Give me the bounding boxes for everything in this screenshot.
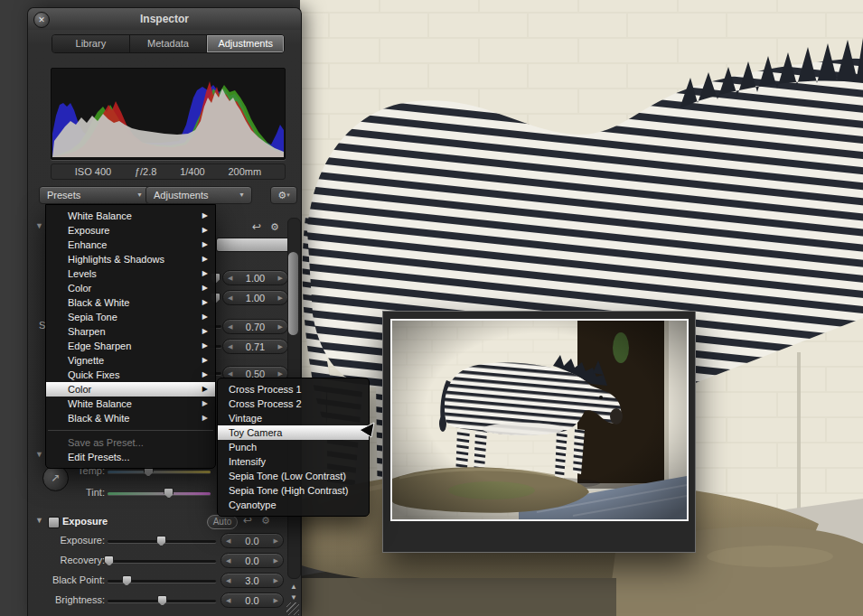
submenu-arrow-icon: ▶ — [202, 324, 208, 339]
black-point-slider[interactable] — [108, 580, 216, 583]
recovery-slider[interactable] — [108, 560, 216, 563]
scroll-up-icon[interactable]: ▲ — [289, 583, 298, 591]
menu-item-sepia-tone[interactable]: Sepia Tone▶ — [46, 310, 215, 324]
step-right-icon[interactable]: ▶ — [278, 370, 283, 378]
recovery-slider-label: Recovery: — [37, 555, 105, 565]
brightness-value-stepper[interactable]: ◀ 0.0 ▶ — [220, 593, 284, 608]
gear-icon[interactable]: ⚙ — [270, 221, 279, 233]
close-icon[interactable]: ✕ — [33, 12, 50, 28]
brightness-slider-label: Brightness: — [37, 594, 105, 605]
step-right-icon[interactable]: ▶ — [274, 537, 278, 545]
stepper-value[interactable]: 0.71 — [246, 341, 265, 352]
black-point-slider-thumb[interactable] — [122, 575, 132, 586]
brightness-slider[interactable] — [108, 600, 216, 602]
white-balance-preset-field[interactable] — [216, 238, 292, 252]
stepper-value[interactable]: 1.00 — [246, 293, 265, 303]
submenu-item-vintage[interactable]: Vintage — [218, 411, 369, 425]
mouse-cursor — [359, 422, 376, 439]
step-right-icon[interactable]: ▶ — [278, 343, 283, 350]
inspector-titlebar[interactable]: Inspector — [28, 8, 301, 30]
brightness-slider-thumb[interactable] — [157, 595, 167, 606]
submenu-item-punch[interactable]: Punch — [218, 440, 369, 454]
menu-item-sharpen[interactable]: Sharpen▶ — [46, 324, 215, 339]
menu-item-black-white[interactable]: Black & White▶ — [46, 295, 215, 310]
exposure-value-stepper[interactable]: ◀ 0.0 ▶ — [220, 533, 284, 548]
stepper-value[interactable]: 0.70 — [246, 322, 265, 332]
tab-metadata[interactable]: Metadata — [130, 35, 208, 52]
scroll-down-icon[interactable]: ▼ — [289, 593, 298, 602]
disclosure-triangle-icon[interactable]: ▼ — [35, 450, 43, 459]
submenu-item-intensify[interactable]: Intensify — [218, 454, 369, 469]
gear-caret-icon: ▾ — [286, 191, 290, 198]
submenu-item-sepia-low[interactable]: Sepia Tone (Low Contrast) — [218, 469, 369, 483]
submenu-item-sepia-high[interactable]: Sepia Tone (High Contrast) — [218, 483, 369, 498]
stepper-value[interactable]: 0.0 — [245, 536, 258, 546]
step-right-icon[interactable]: ▶ — [278, 294, 283, 302]
disclosure-triangle-icon[interactable]: ▼ — [35, 516, 43, 525]
exposure-slider[interactable] — [108, 540, 216, 543]
stepper-value[interactable]: 0.0 — [245, 555, 258, 566]
step-left-icon[interactable]: ◀ — [228, 323, 232, 331]
menu-item-levels[interactable]: Levels▶ — [46, 266, 215, 281]
undo-icon[interactable]: ↩ — [252, 220, 261, 233]
tab-adjustments[interactable]: Adjustments — [207, 35, 284, 52]
step-right-icon[interactable]: ▶ — [274, 557, 278, 565]
recovery-slider-thumb[interactable] — [104, 555, 114, 566]
step-right-icon[interactable]: ▶ — [278, 275, 283, 282]
settings-gear-button[interactable]: ⚙▾ — [270, 186, 297, 204]
submenu-item-cross-process-2[interactable]: Cross Process 2 — [218, 397, 369, 411]
menu-item-edit-presets[interactable]: Edit Presets... — [46, 450, 215, 464]
gear-icon: ⚙ — [277, 190, 286, 201]
value-stepper[interactable]: ◀ 0.70 ▶ — [222, 319, 288, 334]
disclosure-triangle-icon[interactable]: ▼ — [35, 221, 43, 230]
temp-slider[interactable] — [108, 471, 211, 473]
presets-dropdown[interactable]: Presets ▼ — [39, 186, 150, 204]
step-left-icon[interactable]: ◀ — [228, 343, 232, 350]
menu-item-vignette[interactable]: Vignette▶ — [46, 353, 215, 368]
value-stepper[interactable]: ◀ 1.00 ▶ — [222, 290, 288, 305]
step-left-icon[interactable]: ◀ — [226, 597, 230, 604]
tint-slider[interactable] — [108, 492, 211, 495]
presets-dropdown-label: Presets — [47, 190, 80, 201]
resize-grip[interactable] — [286, 602, 299, 615]
step-left-icon[interactable]: ◀ — [226, 537, 230, 545]
black-point-value-stepper[interactable]: ◀ 3.0 ▶ — [220, 573, 284, 588]
recovery-value-stepper[interactable]: ◀ 0.0 ▶ — [220, 553, 284, 568]
tint-slider-thumb[interactable] — [164, 488, 174, 499]
menu-item-white-balance-2[interactable]: White Balance▶ — [46, 397, 215, 411]
tab-library[interactable]: Library — [52, 35, 130, 52]
step-left-icon[interactable]: ◀ — [226, 557, 230, 565]
menu-item-black-white-2[interactable]: Black & White▶ — [46, 411, 215, 425]
window-title: Inspector — [28, 8, 301, 30]
step-right-icon[interactable]: ▶ — [274, 577, 278, 584]
camera-info-bar: ISO 400 ƒ/2.8 1/400 200mm — [51, 163, 286, 180]
menu-item-quick-fixes[interactable]: Quick Fixes▶ — [46, 368, 215, 382]
submenu-item-cross-process-1[interactable]: Cross Process 1 — [218, 382, 369, 397]
menu-item-highlights-shadows[interactable]: Highlights & Shadows▶ — [46, 252, 215, 266]
menu-item-color[interactable]: Color▶ — [46, 281, 215, 295]
value-stepper[interactable]: ◀ 0.71 ▶ — [222, 339, 288, 354]
menu-item-white-balance[interactable]: White Balance▶ — [46, 209, 215, 223]
scrollbar-thumb[interactable] — [288, 252, 298, 335]
submenu-item-toy-camera[interactable]: Toy Camera — [218, 425, 369, 440]
adjustments-dropdown[interactable]: Adjustments ▼ — [145, 186, 252, 204]
stepper-value[interactable]: 0.0 — [245, 595, 258, 606]
submenu-item-cyanotype[interactable]: Cyanotype — [218, 498, 369, 512]
stepper-value[interactable]: 3.0 — [245, 575, 258, 586]
menu-item-enhance[interactable]: Enhance▶ — [46, 238, 215, 252]
menu-item-exposure[interactable]: Exposure▶ — [46, 223, 215, 238]
step-left-icon[interactable]: ◀ — [228, 275, 232, 282]
stepper-value[interactable]: 1.00 — [246, 273, 265, 284]
menu-item-edge-sharpen[interactable]: Edge Sharpen▶ — [46, 339, 215, 353]
auto-exposure-button[interactable]: Auto — [207, 515, 238, 529]
step-left-icon[interactable]: ◀ — [226, 577, 230, 584]
step-right-icon[interactable]: ▶ — [278, 323, 283, 331]
value-stepper[interactable]: ◀ 1.00 ▶ — [222, 270, 288, 285]
step-left-icon[interactable]: ◀ — [228, 370, 232, 378]
aperture-screen: Inspector ✕ Library Metadata Adjustments… — [0, 0, 863, 616]
step-right-icon[interactable]: ▶ — [274, 597, 278, 604]
exposure-enabled-checkbox[interactable] — [48, 517, 60, 528]
step-left-icon[interactable]: ◀ — [228, 294, 232, 302]
exposure-slider-thumb[interactable] — [156, 536, 166, 546]
menu-item-color-selected[interactable]: Color▶ — [46, 382, 215, 397]
